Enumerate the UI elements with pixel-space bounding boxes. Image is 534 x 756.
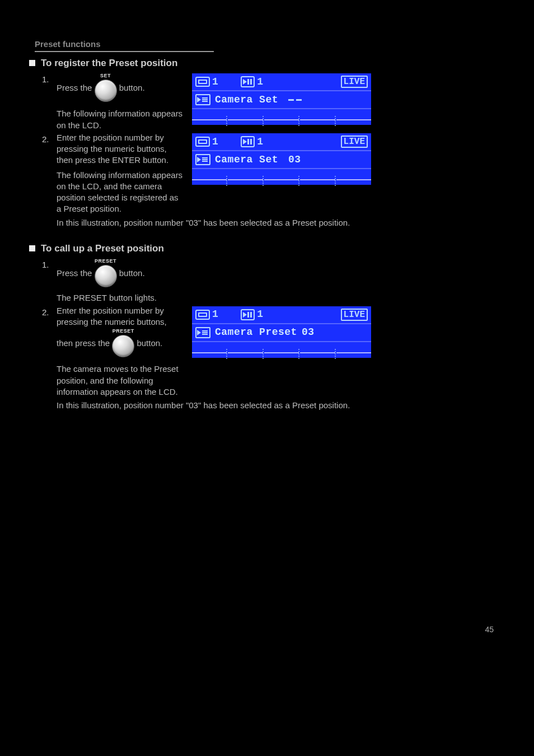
- lcd-camera-preset-label: Camera Preset: [215, 325, 297, 339]
- monitor-icon: [195, 310, 210, 320]
- step-text: Enter the position number by pressing th…: [57, 132, 371, 228]
- lcd-monitor-num: 1: [212, 307, 218, 321]
- set-button-label: SET: [95, 72, 117, 79]
- page: Preset functions To register the Preset …: [0, 0, 534, 656]
- round-button-icon: [112, 335, 134, 357]
- lcd-footer-cells: [192, 169, 371, 185]
- live-badge: LIVE: [341, 76, 368, 88]
- lcd-camera-num: 1: [257, 307, 263, 321]
- step1-text-a: Press the: [57, 83, 95, 92]
- lcd-preset-dashes: [288, 99, 302, 101]
- camera-icon: [241, 309, 255, 320]
- illus-value: 03: [189, 400, 198, 410]
- illus-prefix: In this illustration, position number ": [57, 400, 189, 410]
- camera-icon: [241, 76, 255, 87]
- lcd-camera-set-label: Camera Set: [215, 93, 278, 106]
- call-step1-note: The PRESET button lights.: [57, 292, 157, 304]
- round-button-icon: [95, 80, 117, 102]
- header-rule: [35, 51, 214, 52]
- step2-text: Enter the position number by pressing th…: [57, 133, 168, 165]
- section-title-register: To register the Preset position: [41, 58, 494, 69]
- lcd-camera-set-label: Camera Set: [215, 153, 278, 166]
- lcd-camera-set-blank: 1 1 LIVE Camera Se: [192, 73, 371, 125]
- preset-button-graphic: PRESET: [95, 258, 117, 290]
- illus-value: 03: [189, 218, 198, 227]
- preset-button-label: PRESET: [95, 258, 117, 264]
- monitor-icon: [195, 137, 210, 147]
- section-bullet-icon: [29, 60, 35, 66]
- camera-set-icon: [195, 94, 210, 105]
- step-text: Enter the position number by pressing th…: [57, 305, 371, 412]
- header-subtitle: Preset functions: [35, 39, 494, 49]
- live-badge: LIVE: [341, 309, 368, 321]
- page-number: 45: [40, 625, 494, 634]
- camera-set-icon: [195, 327, 210, 338]
- illus-suffix: " has been selected as a Preset position…: [198, 218, 350, 227]
- call-step2-note: The camera moves to the Preset position,…: [57, 363, 185, 398]
- step2-note: The following information appears on the…: [57, 170, 185, 215]
- section-title-call: To call up a Preset position: [41, 243, 494, 254]
- call-step1-text-b: button.: [119, 268, 145, 278]
- illus-suffix: " has been selected as a Preset position…: [198, 400, 350, 410]
- live-badge: LIVE: [341, 136, 368, 148]
- illus-prefix: In this illustration, position number ": [57, 218, 189, 227]
- call-step2-text-b: button.: [137, 338, 162, 348]
- lcd-camera-set-03: 1 1 LIVE Camera Se: [192, 133, 371, 185]
- call-step1-text-a: Press the: [57, 268, 95, 278]
- round-button-icon: [95, 265, 117, 287]
- section-bullet-icon: [29, 245, 35, 251]
- section-register-preset: To register the Preset position 1. Press…: [40, 58, 494, 230]
- lcd-camera-num: 1: [257, 135, 263, 148]
- lcd-preset-value: 03: [302, 325, 315, 339]
- camera-set-icon: [195, 154, 210, 165]
- step-number: 1.: [42, 258, 51, 269]
- preset-button-graphic: PRESET: [112, 328, 134, 360]
- step1-text-b: button.: [119, 83, 145, 92]
- lcd-preset-value: 03: [288, 153, 301, 166]
- monitor-icon: [195, 77, 210, 87]
- section-call-preset: To call up a Preset position 1. Press th…: [40, 243, 494, 413]
- set-button-graphic: SET: [95, 72, 117, 105]
- lcd-monitor-num: 1: [212, 135, 218, 148]
- step-text: Press the SET button. The following info…: [57, 72, 371, 131]
- lcd-camera-preset-03: 1 1 LIVE Camera Pr: [192, 306, 371, 358]
- lcd-footer-cells: [192, 109, 371, 125]
- camera-icon: [241, 136, 255, 147]
- lcd-monitor-num: 1: [212, 75, 218, 88]
- step-number: 2.: [42, 305, 51, 317]
- preset-button-label: PRESET: [112, 328, 134, 334]
- step-text: Press the PRESET button. The PRESET butt…: [57, 258, 157, 304]
- step-number: 2.: [42, 132, 51, 144]
- lcd-camera-num: 1: [257, 75, 263, 88]
- step-number: 1.: [42, 72, 51, 84]
- lcd-footer-cells: [192, 342, 371, 358]
- step1-note: The following information appears on the…: [57, 108, 185, 131]
